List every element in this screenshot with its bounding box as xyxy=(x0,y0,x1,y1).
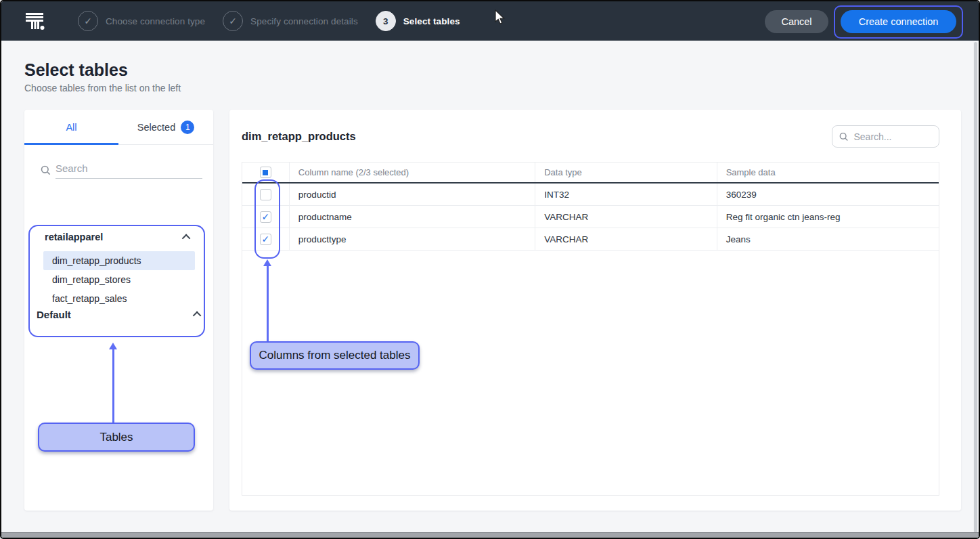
column-name-header: Column name (2/3 selected) xyxy=(290,163,535,182)
vertical-scrollbar[interactable] xyxy=(973,42,978,533)
columns-callout-label: Columns from selected tables xyxy=(259,349,411,362)
columns-panel: dim_retapp_products Column name (2/3 sel… xyxy=(229,110,961,511)
wizard-stepper: ✓ Choose connection type ✓ Specify conne… xyxy=(78,1,460,41)
schema-label: retailapparel xyxy=(45,232,103,242)
columns-table: Column name (2/3 selected) Data type Sam… xyxy=(242,162,939,496)
columns-search xyxy=(832,125,939,148)
sidebar-search xyxy=(41,162,202,178)
sample-data-cell: 360239 xyxy=(717,184,939,205)
table-row: productnameVARCHARReg fit organic ctn je… xyxy=(242,206,939,228)
row-checkbox[interactable] xyxy=(260,189,271,200)
page-title: Select tables xyxy=(24,60,128,80)
row-checkbox-cell xyxy=(242,206,290,228)
columns-annotation-arrow-head xyxy=(263,259,271,266)
sample-data-cell: Jeans xyxy=(717,228,939,250)
schema-row[interactable]: retailapparel xyxy=(45,232,190,242)
chevron-up-icon xyxy=(193,311,202,320)
tab-selected-label: Selected xyxy=(137,122,175,133)
row-checkbox[interactable] xyxy=(260,211,271,223)
tables-sidebar: All Selected 1 Default retailapparel dim… xyxy=(24,110,213,511)
app-window: ✓ Choose connection type ✓ Specify conne… xyxy=(0,0,980,539)
selected-count-badge: 1 xyxy=(181,121,194,134)
page-subtitle: Choose tables from the list on the left xyxy=(24,83,181,93)
search-icon xyxy=(839,131,848,142)
step-specify-connection-details[interactable]: ✓ Specify connection details xyxy=(223,11,358,31)
horizontal-scrollbar[interactable] xyxy=(1,532,979,538)
step-3-number: 3 xyxy=(376,11,396,31)
database-group-label: Default xyxy=(37,309,71,320)
tables-annotation-arrow-head xyxy=(109,343,117,349)
column-name-cell: producttype xyxy=(290,228,535,250)
step-choose-connection-type[interactable]: ✓ Choose connection type xyxy=(78,11,205,31)
data-type-header: Data type xyxy=(535,163,717,182)
column-name-cell: productid xyxy=(290,184,535,205)
active-tab-underline xyxy=(24,143,118,145)
tables-annotation-arrow-line xyxy=(112,349,114,423)
sidebar-table-item[interactable]: dim_retapp_stores xyxy=(43,270,195,289)
vertical-scrollbar-thumb[interactable] xyxy=(974,42,977,533)
header-checkbox-cell xyxy=(242,163,290,182)
step-2-check-icon: ✓ xyxy=(223,11,243,31)
sidebar-table-list: dim_retapp_productsdim_retapp_storesfact… xyxy=(43,251,195,308)
sample-data-header: Sample data xyxy=(717,163,939,182)
table-row: producttypeVARCHARJeans xyxy=(242,228,939,251)
search-icon xyxy=(41,165,51,175)
sidebar-search-input[interactable] xyxy=(55,161,202,179)
tab-all-label: All xyxy=(66,122,76,133)
database-group-row[interactable]: Default xyxy=(37,309,201,320)
cancel-button[interactable]: Cancel xyxy=(765,10,828,33)
step-select-tables[interactable]: 3 Select tables xyxy=(376,11,460,31)
data-type-cell: INT32 xyxy=(535,184,717,205)
step-2-label: Specify connection details xyxy=(250,16,358,26)
step-1-check-icon: ✓ xyxy=(78,11,98,31)
top-navigation-bar: ✓ Choose connection type ✓ Specify conne… xyxy=(1,1,979,41)
columns-table-body: productidINT32360239productnameVARCHARRe… xyxy=(242,184,939,251)
table-row: productidINT32360239 xyxy=(242,184,939,206)
mouse-cursor-icon xyxy=(494,9,506,26)
row-checkbox-cell xyxy=(242,184,290,205)
sample-data-cell: Reg fit organic ctn jeans-reg xyxy=(717,206,939,228)
columns-annotation-arrow-line xyxy=(267,265,269,342)
tab-all[interactable]: All xyxy=(24,110,118,144)
selected-table-title: dim_retapp_products xyxy=(242,130,356,143)
data-type-cell: VARCHAR xyxy=(535,228,717,250)
thoughtspot-logo-icon xyxy=(24,10,46,32)
data-type-cell: VARCHAR xyxy=(535,206,717,228)
select-all-checkbox[interactable] xyxy=(260,167,271,178)
sidebar-table-item[interactable]: fact_retapp_sales xyxy=(43,289,195,308)
column-name-cell: productname xyxy=(290,206,535,228)
sidebar-table-item[interactable]: dim_retapp_products xyxy=(43,251,195,270)
columns-table-header: Column name (2/3 selected) Data type Sam… xyxy=(242,163,939,184)
row-checkbox-cell xyxy=(242,228,290,250)
columns-callout: Columns from selected tables xyxy=(250,341,420,370)
create-connection-button[interactable]: Create connection xyxy=(841,10,956,33)
step-3-label: Select tables xyxy=(403,16,460,26)
step-1-label: Choose connection type xyxy=(106,16,205,26)
chevron-up-icon xyxy=(182,234,191,242)
tables-callout: Tables xyxy=(38,423,195,452)
tab-selected[interactable]: Selected 1 xyxy=(118,110,213,144)
tables-callout-label: Tables xyxy=(99,431,133,444)
row-checkbox[interactable] xyxy=(260,234,271,245)
columns-search-input[interactable] xyxy=(853,131,932,142)
